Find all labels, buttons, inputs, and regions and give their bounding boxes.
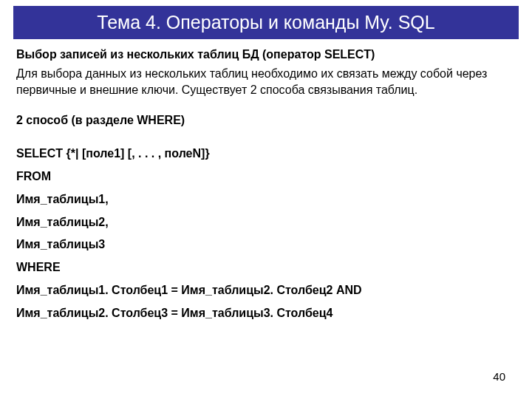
method-label: 2 способ (в разделе WHERE) — [16, 114, 516, 127]
section-heading: Выбор записей из нескольких таблиц БД (о… — [16, 48, 516, 61]
code-line: Имя_таблицы2. Столбец3 = Имя_таблицы3. С… — [16, 306, 516, 321]
code-line: Имя_таблицы3 — [16, 237, 516, 253]
page-number: 40 — [493, 370, 505, 383]
description-text: Для выбора данных из нескольких таблиц н… — [16, 66, 516, 98]
code-line: FROM — [16, 169, 516, 185]
slide-title-bar: Тема 4. Операторы и команды My. SQL — [13, 6, 519, 39]
code-line: WHERE — [16, 260, 516, 276]
code-line: Имя_таблицы1, — [16, 192, 516, 208]
slide-content: Выбор записей из нескольких таблиц БД (о… — [0, 39, 532, 321]
slide-title: Тема 4. Операторы и команды My. SQL — [28, 12, 504, 33]
code-line: Имя_таблицы2, — [16, 215, 516, 231]
code-line: SELECT {*| [поле1] [, . . . , полеN]} — [16, 146, 516, 162]
code-line: Имя_таблицы1. Столбец1 = Имя_таблицы2. С… — [16, 283, 516, 299]
